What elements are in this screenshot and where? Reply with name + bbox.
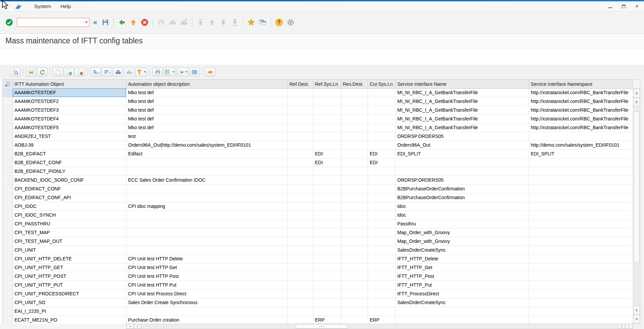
table-cell[interactable]: IFTT_HTTP_Get bbox=[396, 263, 529, 272]
table-cell[interactable] bbox=[313, 307, 341, 316]
table-cell[interactable] bbox=[341, 298, 368, 307]
horizontal-scroll-track[interactable] bbox=[141, 324, 618, 329]
table-cell[interactable]: EDI_SPLIT bbox=[529, 150, 633, 158]
table-cell[interactable] bbox=[126, 228, 288, 237]
table-cell[interactable]: Mko test def bbox=[126, 123, 288, 132]
table-cell[interactable] bbox=[313, 141, 341, 150]
grid-print-button[interactable] bbox=[153, 68, 163, 76]
menu-help[interactable]: Help bbox=[56, 2, 76, 10]
table-cell[interactable] bbox=[529, 246, 633, 255]
help-button[interactable]: ? bbox=[273, 17, 285, 28]
table-cell[interactable]: Passthru bbox=[396, 220, 529, 228]
table-cell[interactable] bbox=[313, 115, 341, 123]
table-cell[interactable] bbox=[529, 263, 633, 272]
row-selector[interactable] bbox=[3, 88, 13, 97]
column-header[interactable]: Automation object description bbox=[126, 80, 288, 89]
delete-row-button[interactable] bbox=[75, 68, 85, 76]
scroll-down-button[interactable]: ∨ bbox=[633, 315, 640, 323]
table-cell[interactable] bbox=[341, 176, 368, 185]
table-cell[interactable] bbox=[341, 202, 368, 211]
table-cell[interactable]: SalesOrderCreateSync bbox=[396, 246, 529, 255]
table-cell[interactable]: http://demo.com/sales/system_EDI/IF0101 bbox=[529, 141, 633, 150]
table-cell[interactable]: AAAMKOTESTDEF4 bbox=[13, 115, 126, 123]
table-cell[interactable]: http://xstratanickel.com/RBC_BankTransfe… bbox=[529, 115, 633, 123]
table-cell[interactable] bbox=[288, 97, 313, 106]
table-cell[interactable] bbox=[368, 220, 396, 228]
select-all-corner[interactable] bbox=[3, 80, 13, 89]
table-cell[interactable]: EDI bbox=[313, 150, 341, 158]
row-selector[interactable] bbox=[3, 211, 13, 220]
table-cell[interactable] bbox=[341, 193, 368, 202]
table-cell[interactable]: ERP bbox=[313, 316, 341, 324]
table-cell[interactable]: CPI_TEST_MAP bbox=[13, 228, 126, 237]
table-cell[interactable] bbox=[288, 263, 313, 272]
table-cell[interactable]: CPI_UNIT_HTTP_POST bbox=[13, 272, 126, 281]
table-cell[interactable]: ERP bbox=[368, 316, 396, 324]
table-cell[interactable]: CPI_UNIT_PROCESSDIRECT bbox=[13, 290, 126, 298]
table-cell[interactable]: idoc bbox=[396, 202, 529, 211]
table-cell[interactable] bbox=[529, 316, 633, 324]
table-cell[interactable] bbox=[368, 272, 396, 281]
table-cell[interactable] bbox=[288, 106, 313, 115]
table-cell[interactable] bbox=[341, 132, 368, 141]
table-cell[interactable]: ANDRZEJ_TEST bbox=[13, 132, 126, 141]
table-cell[interactable] bbox=[341, 220, 368, 228]
row-selector[interactable] bbox=[3, 123, 13, 132]
scroll-up-button[interactable]: ∧ bbox=[633, 306, 640, 315]
table-cell[interactable]: SalesOrderCreateSync bbox=[396, 298, 529, 307]
table-cell[interactable] bbox=[529, 307, 633, 316]
table-cell[interactable]: Orders96A_Out|http://demo.com/sales/syst… bbox=[126, 141, 288, 150]
export-data-button[interactable] bbox=[176, 68, 188, 76]
table-cell[interactable]: http://xstratanickel.com/RBC_BankTransfe… bbox=[529, 88, 633, 97]
table-cell[interactable]: http://xstratanickel.com/RBC_BankTransfe… bbox=[529, 97, 633, 106]
table-cell[interactable] bbox=[313, 88, 341, 97]
table-cell[interactable] bbox=[368, 185, 396, 193]
table-cell[interactable] bbox=[288, 228, 313, 237]
table-cell[interactable] bbox=[341, 255, 368, 263]
table-cell[interactable] bbox=[313, 211, 341, 220]
table-cell[interactable]: B2B_EDIFACT bbox=[13, 150, 126, 158]
sort-descending-button[interactable] bbox=[102, 68, 112, 76]
table-cell[interactable] bbox=[396, 167, 529, 176]
table-cell[interactable] bbox=[341, 290, 368, 298]
table-cell[interactable] bbox=[341, 228, 368, 237]
table-cell[interactable] bbox=[341, 281, 368, 290]
table-cell[interactable] bbox=[529, 272, 633, 281]
table-cell[interactable] bbox=[341, 246, 368, 255]
row-selector[interactable] bbox=[3, 97, 13, 106]
table-cell[interactable]: CPI_UNIT_HTTP_DELETE bbox=[13, 255, 126, 263]
layout-button[interactable] bbox=[189, 68, 199, 76]
table-cell[interactable] bbox=[529, 202, 633, 211]
table-cell[interactable]: ORDRSP.ORDERS05 bbox=[396, 176, 529, 185]
table-cell[interactable] bbox=[313, 281, 341, 290]
table-cell[interactable] bbox=[368, 176, 396, 185]
table-cell[interactable] bbox=[288, 298, 313, 307]
row-selector[interactable] bbox=[3, 298, 13, 307]
table-cell[interactable] bbox=[529, 228, 633, 237]
table-cell[interactable] bbox=[529, 167, 633, 176]
table-cell[interactable] bbox=[341, 115, 368, 123]
table-cell[interactable] bbox=[313, 202, 341, 211]
column-header[interactable]: Service Interface Namespace bbox=[529, 80, 633, 89]
table-cell[interactable] bbox=[529, 290, 633, 298]
table-cell[interactable] bbox=[529, 193, 633, 202]
table-cell[interactable]: BACKEND_IDOC_SORD_CONF bbox=[13, 176, 126, 185]
table-cell[interactable] bbox=[341, 263, 368, 272]
row-selector[interactable] bbox=[3, 220, 13, 228]
table-cell[interactable]: ORDRSP.ORDERS05 bbox=[396, 132, 529, 141]
table-cell[interactable]: Map_Order_with_Groovy bbox=[396, 228, 529, 237]
row-selector[interactable] bbox=[3, 281, 13, 290]
table-cell[interactable]: B2B_EDIFACT_CONF bbox=[13, 158, 126, 167]
table-cell[interactable] bbox=[313, 193, 341, 202]
table-cell[interactable]: ECC Sales Order Confirmation IDOC bbox=[126, 176, 288, 185]
table-cell[interactable] bbox=[288, 220, 313, 228]
horizontal-scrollbar[interactable]: ‹ › ‹ › bbox=[126, 324, 633, 329]
table-cell[interactable]: Map_Order_with_Groovy bbox=[396, 237, 529, 246]
table-cell[interactable] bbox=[368, 202, 396, 211]
graphic-button[interactable] bbox=[26, 68, 36, 76]
table-cell[interactable]: MI_NI_RBC_I_A_GetBankTransferFile bbox=[396, 97, 529, 106]
table-cell[interactable]: Mko test def bbox=[126, 106, 288, 115]
table-cell[interactable]: CPI_UNIT_SO bbox=[13, 298, 126, 307]
table-cell[interactable] bbox=[288, 132, 313, 141]
table-cell[interactable] bbox=[529, 255, 633, 263]
